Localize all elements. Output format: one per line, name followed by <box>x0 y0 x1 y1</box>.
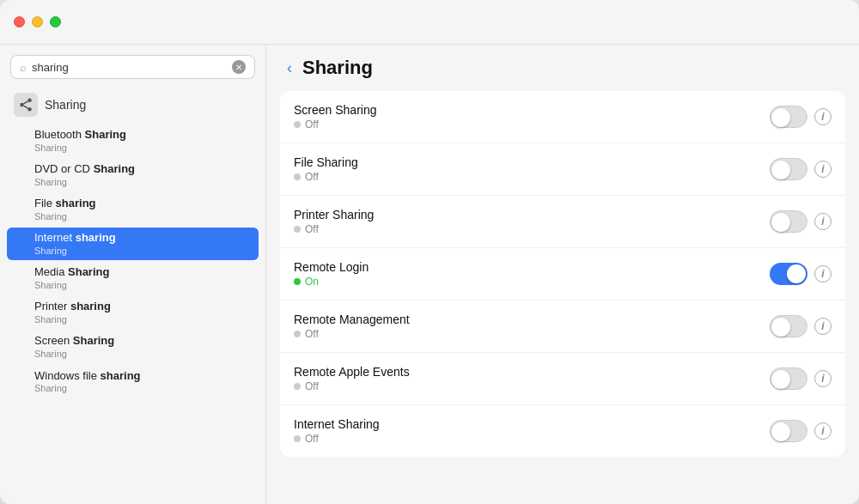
sidebar-item-screen-sharing[interactable]: Screen Sharing Sharing <box>7 331 259 363</box>
info-button-file-sharing[interactable]: i <box>814 161 832 178</box>
sidebar-item-bluetooth-sharing[interactable]: Bluetooth Sharing Sharing <box>7 124 259 157</box>
sidebar-item-printer-title: Printer sharing <box>34 300 245 314</box>
sidebar: ⌕ ✕ Sharing Blueto <box>0 45 266 504</box>
setting-info-internet-sharing: Internet Sharing Off <box>294 417 759 445</box>
toggle-knob-remote-management <box>771 318 790 337</box>
setting-status-remote-apple-events: Off <box>294 380 759 392</box>
setting-controls-remote-login: i <box>770 263 832 285</box>
status-dot-file-sharing <box>294 173 301 180</box>
setting-name-printer-sharing: Printer Sharing <box>294 208 759 222</box>
toggle-knob-remote-apple-events <box>771 370 790 389</box>
sidebar-section-label: Sharing <box>45 98 86 112</box>
sidebar-item-media-title: Media Sharing <box>34 265 245 280</box>
setting-status-file-sharing: Off <box>294 171 759 183</box>
toggle-knob-remote-login <box>787 264 806 283</box>
toggle-file-sharing[interactable] <box>770 158 807 180</box>
sidebar-item-dvd-subtitle: Sharing <box>34 177 245 188</box>
search-input[interactable] <box>32 61 227 74</box>
sidebar-item-windows-title: Windows file sharing <box>34 369 245 384</box>
sidebar-item-internet-sharing[interactable]: Internet sharing Sharing <box>7 228 259 260</box>
sidebar-item-internet-title: Internet sharing <box>34 231 245 246</box>
maximize-button[interactable] <box>50 16 61 27</box>
toggle-remote-management[interactable] <box>770 315 807 337</box>
sidebar-item-screen-title: Screen Sharing <box>34 334 245 349</box>
setting-controls-file-sharing: i <box>770 158 832 180</box>
sidebar-item-dvd-title: DVD or CD Sharing <box>34 162 245 177</box>
sidebar-item-bluetooth-title: Bluetooth Sharing <box>34 128 245 143</box>
setting-name-remote-login: Remote Login <box>294 260 759 274</box>
setting-row-remote-management: Remote Management Off i <box>280 301 845 353</box>
info-button-remote-login[interactable]: i <box>814 265 832 282</box>
setting-name-remote-management: Remote Management <box>294 313 759 326</box>
settings-list: Screen Sharing Off i <box>266 91 859 504</box>
toggle-knob-internet-sharing <box>771 422 790 441</box>
toggle-screen-sharing[interactable] <box>770 106 807 128</box>
setting-controls-printer-sharing: i <box>770 210 832 233</box>
setting-name-remote-apple-events: Remote Apple Events <box>294 365 759 379</box>
sidebar-item-file-sharing[interactable]: File sharing Sharing <box>7 193 259 226</box>
setting-info-printer-sharing: Printer Sharing Off <box>294 208 759 235</box>
minimize-button[interactable] <box>32 16 43 27</box>
status-text-file-sharing: Off <box>305 171 319 183</box>
traffic-lights <box>14 16 61 27</box>
setting-controls-screen-sharing: i <box>770 106 832 128</box>
setting-row-file-sharing: File Sharing Off i <box>280 143 845 196</box>
toggle-knob-printer-sharing <box>771 213 790 232</box>
sidebar-item-windows-subtitle: Sharing <box>34 383 245 394</box>
status-text-internet-sharing: Off <box>305 433 319 445</box>
status-dot-printer-sharing <box>294 226 301 233</box>
toggle-internet-sharing[interactable] <box>770 420 807 442</box>
status-dot-remote-login <box>294 278 301 285</box>
setting-info-file-sharing: File Sharing Off <box>294 155 759 183</box>
status-text-remote-apple-events: Off <box>305 380 319 392</box>
setting-info-remote-apple-events: Remote Apple Events Off <box>294 365 759 392</box>
sidebar-item-printer-sharing[interactable]: Printer sharing Sharing <box>7 296 259 329</box>
toggle-knob-file-sharing <box>771 161 790 179</box>
sidebar-item-screen-subtitle: Sharing <box>34 349 245 360</box>
setting-info-screen-sharing: Screen Sharing Off <box>294 103 759 131</box>
sidebar-item-internet-subtitle: Sharing <box>34 246 245 257</box>
sidebar-item-printer-subtitle: Sharing <box>34 314 245 325</box>
close-button[interactable] <box>14 16 25 27</box>
sidebar-item-file-title: File sharing <box>34 197 245 211</box>
sidebar-item-media-subtitle: Sharing <box>34 280 245 291</box>
sidebar-item-dvd-sharing[interactable]: DVD or CD Sharing Sharing <box>7 159 259 191</box>
setting-controls-remote-management: i <box>770 315 832 337</box>
svg-line-4 <box>23 101 27 104</box>
setting-status-printer-sharing: Off <box>294 223 759 235</box>
search-clear-button[interactable]: ✕ <box>232 60 246 74</box>
status-dot-remote-management <box>294 331 301 337</box>
info-button-internet-sharing[interactable]: i <box>814 422 832 440</box>
sidebar-item-file-subtitle: Sharing <box>34 211 245 222</box>
sidebar-item-windows-sharing[interactable]: Windows file sharing Sharing <box>7 366 259 398</box>
search-bar[interactable]: ⌕ ✕ <box>10 55 255 79</box>
status-text-printer-sharing: Off <box>305 223 319 235</box>
setting-status-remote-management: Off <box>294 328 759 340</box>
toggle-remote-login[interactable] <box>770 263 807 285</box>
info-button-remote-management[interactable]: i <box>814 318 832 335</box>
status-text-screen-sharing: Off <box>305 118 319 131</box>
main-panel: ‹ Sharing Screen Sharing Off <box>266 45 859 504</box>
content: ⌕ ✕ Sharing Blueto <box>0 45 859 504</box>
info-button-printer-sharing[interactable]: i <box>814 213 832 230</box>
info-button-remote-apple-events[interactable]: i <box>814 370 832 387</box>
toggle-printer-sharing[interactable] <box>770 210 807 233</box>
titlebar <box>0 0 859 45</box>
sidebar-section-header: Sharing <box>0 89 265 120</box>
setting-row-remote-login: Remote Login On i <box>280 248 845 301</box>
toggle-remote-apple-events[interactable] <box>770 367 807 390</box>
toggle-knob-screen-sharing <box>771 108 790 127</box>
setting-row-printer-sharing: Printer Sharing Off i <box>280 196 845 248</box>
status-text-remote-login: On <box>305 276 319 288</box>
status-dot-screen-sharing <box>294 121 301 128</box>
setting-name-screen-sharing: Screen Sharing <box>294 103 759 117</box>
info-button-screen-sharing[interactable]: i <box>814 108 832 125</box>
sidebar-item-media-sharing[interactable]: Media Sharing Sharing <box>7 262 259 295</box>
setting-status-remote-login: On <box>294 276 759 288</box>
window: ⌕ ✕ Sharing Blueto <box>0 0 859 504</box>
main-header: ‹ Sharing <box>266 45 859 91</box>
setting-info-remote-management: Remote Management Off <box>294 313 759 340</box>
back-button[interactable]: ‹ <box>287 60 292 76</box>
setting-row-screen-sharing: Screen Sharing Off i <box>280 91 845 143</box>
svg-point-1 <box>20 103 24 107</box>
